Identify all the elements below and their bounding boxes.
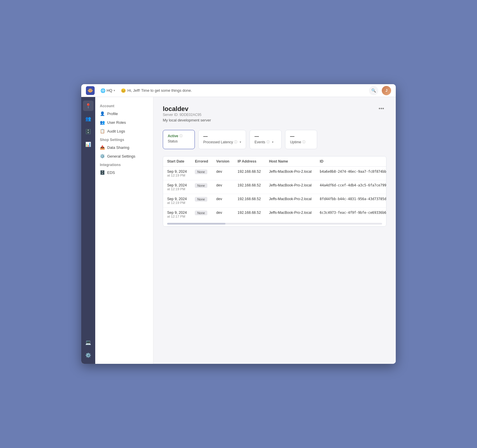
sidebar-item-general-settings[interactable]: ⚙️ General Settings — [95, 152, 153, 160]
events-value: — — [255, 134, 277, 139]
data-sharing-icon: 📤 — [100, 145, 105, 150]
uptime-label: Uptime ⓘ — [290, 140, 312, 144]
cell-version: dev — [212, 180, 234, 194]
icon-rail: 📍 👥 🗄️ 📊 💻 ⚙️ — [81, 97, 95, 364]
chevron-down-icon-events: ▾ — [272, 140, 273, 144]
cell-version: dev — [212, 167, 234, 180]
general-settings-icon: ⚙️ — [100, 154, 105, 158]
table-row[interactable]: Sep 9, 2024 at 12:19 PM None dev 192.168… — [163, 194, 386, 208]
stat-card-events[interactable]: — Events ⓘ ▾ — [250, 130, 282, 149]
table-row[interactable]: Sep 9, 2024 at 12:17 PM None dev 192.168… — [163, 208, 386, 221]
col-host-name: Host Name — [265, 156, 316, 167]
main-content: localdev Server ID: 9DDE02AC95 My local … — [153, 97, 396, 364]
col-version: Version — [212, 156, 234, 167]
sidebar-section-account: Account — [95, 102, 153, 109]
events-label: Events ⓘ ▾ — [255, 140, 277, 144]
table-header-row: Start Date Errored Version IP Address Ho… — [163, 156, 386, 167]
info-icon-latency: ⓘ — [234, 140, 237, 144]
horizontal-scrollbar[interactable] — [167, 223, 382, 225]
table-row[interactable]: Sep 9, 2024 at 12:19 PM None dev 192.168… — [163, 167, 386, 180]
col-errored: Errored — [191, 156, 212, 167]
sidebar-item-label: User Roles — [107, 120, 126, 125]
cell-ip: 192.168.68.52 — [234, 167, 265, 180]
sessions-table-container: Start Date Errored Version IP Address Ho… — [163, 156, 386, 227]
main-layout: 📍 👥 🗄️ 📊 💻 ⚙️ Account 👤 Profile 👥 User R… — [81, 97, 396, 364]
col-id: ID — [316, 156, 386, 167]
smile-icon: 😊 — [121, 88, 126, 93]
uptime-value: — — [290, 134, 312, 139]
info-icon: ⓘ — [179, 134, 183, 138]
sidebar-item-data-sharing[interactable]: 📤 Data Sharing — [95, 143, 153, 152]
cell-version: dev — [212, 208, 234, 221]
globe-icon: 🌐 — [100, 88, 105, 93]
cell-ip: 192.168.68.52 — [234, 194, 265, 208]
cell-errored: None — [191, 180, 212, 194]
user-avatar[interactable]: J — [382, 86, 391, 95]
rail-icon-location[interactable]: 📍 — [83, 100, 93, 111]
cell-errored: None — [191, 167, 212, 180]
sidebar-item-label: General Settings — [107, 154, 135, 158]
rail-icon-terminal[interactable]: 💻 — [83, 337, 93, 348]
cell-hostname: Jeffs-MacBook-Pro-2.local — [265, 208, 316, 221]
cell-start-date: Sep 9, 2024 at 12:19 PM — [163, 180, 191, 194]
stat-card-uptime[interactable]: — Uptime ⓘ — [285, 130, 317, 149]
sidebar-item-label: Data Sharing — [107, 145, 129, 150]
eds-icon: 🗄️ — [100, 170, 105, 175]
cell-id: b4a6e0b8-2474-46ec-9aa7-fc8f874bb9f0 — [316, 167, 386, 180]
more-options-button[interactable]: ••• — [376, 105, 386, 112]
sessions-table: Start Date Errored Version IP Address Ho… — [163, 156, 386, 221]
app-logo[interactable]: 🐵 — [86, 86, 95, 95]
rail-icon-database[interactable]: 🗄️ — [83, 126, 93, 137]
app-window: 🐵 🌐 HQ ▾ 😊 Hi, Jeff! Time to get some th… — [81, 84, 396, 364]
chevron-down-icon-latency: ▾ — [240, 140, 241, 144]
greeting-message: 😊 Hi, Jeff! Time to get some things done… — [121, 88, 192, 93]
latency-label: Processed Latency ⓘ ▾ — [203, 140, 241, 144]
server-description: My local development server — [163, 118, 211, 122]
sidebar-section-shop-settings: Shop Settings — [95, 135, 153, 143]
hq-selector[interactable]: 🌐 HQ ▾ — [98, 87, 117, 94]
col-start-date: Start Date — [163, 156, 191, 167]
cell-version: dev — [212, 194, 234, 208]
topbar: 🐵 🌐 HQ ▾ 😊 Hi, Jeff! Time to get some th… — [81, 84, 396, 97]
content-header: localdev Server ID: 9DDE02AC95 My local … — [163, 105, 386, 128]
stat-card-active[interactable]: Active ⓘ Status — [163, 130, 195, 149]
search-icon: 🔍 — [371, 88, 376, 93]
info-icon-uptime: ⓘ — [302, 140, 305, 144]
sidebar-item-user-roles[interactable]: 👥 User Roles — [95, 118, 153, 127]
cell-errored: None — [191, 194, 212, 208]
active-status-label: Active ⓘ — [168, 134, 190, 138]
cell-id: 8fd44fbb-b44c-4831-956a-43d73785dc2d — [316, 194, 386, 208]
table-row[interactable]: Sep 9, 2024 at 12:19 PM None dev 192.168… — [163, 180, 386, 194]
search-button[interactable]: 🔍 — [369, 86, 378, 95]
sidebar-item-audit-logs[interactable]: 📋 Audit Logs — [95, 127, 153, 135]
stat-cards: Active ⓘ Status — Processed Latency ⓘ ▾ — [163, 130, 386, 149]
col-ip-address: IP Address — [234, 156, 265, 167]
cell-errored: None — [191, 208, 212, 221]
stat-card-processed-latency[interactable]: — Processed Latency ⓘ ▾ — [198, 130, 246, 149]
rail-icon-users[interactable]: 👥 — [83, 113, 93, 124]
cell-start-date: Sep 9, 2024 at 12:19 PM — [163, 194, 191, 208]
cell-hostname: Jeffs-MacBook-Pro-2.local — [265, 194, 316, 208]
cell-start-date: Sep 9, 2024 at 12:17 PM — [163, 208, 191, 221]
scrollbar-thumb[interactable] — [167, 223, 225, 225]
sidebar-item-eds[interactable]: 🗄️ EDS — [95, 168, 153, 177]
table-body: Sep 9, 2024 at 12:19 PM None dev 192.168… — [163, 167, 386, 221]
latency-value: — — [203, 134, 241, 139]
sidebar-section-integrations: Integrations — [95, 160, 153, 168]
cell-start-date: Sep 9, 2024 at 12:19 PM — [163, 167, 191, 180]
rail-icon-settings[interactable]: ⚙️ — [83, 350, 93, 360]
cell-id: 6c3c4973-feac-4f9f-9bfe-ce69336b6238 — [316, 208, 386, 221]
cell-ip: 192.168.68.52 — [234, 208, 265, 221]
sidebar-item-label: EDS — [107, 170, 115, 175]
profile-icon: 👤 — [100, 111, 105, 116]
sidebar-item-profile[interactable]: 👤 Profile — [95, 109, 153, 118]
rail-icon-chart[interactable]: 📊 — [83, 139, 93, 149]
cell-hostname: Jeffs-MacBook-Pro-2.local — [265, 180, 316, 194]
cell-ip: 192.168.68.52 — [234, 180, 265, 194]
status-sublabel: Status — [168, 139, 190, 143]
hq-label: HQ — [107, 88, 112, 93]
cell-hostname: Jeffs-MacBook-Pro-2.local — [265, 167, 316, 180]
server-title: localdev — [163, 105, 211, 113]
chevron-down-icon: ▾ — [114, 89, 115, 92]
sidebar-item-label: Audit Logs — [107, 129, 125, 133]
